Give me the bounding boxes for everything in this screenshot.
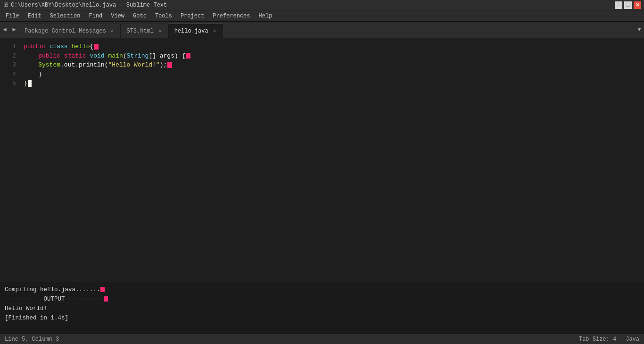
titlebar: 🖹 C:\Users\XBY\Desktop\hello.java - Subl… xyxy=(0,0,644,10)
tab-dropdown[interactable]: ▼ xyxy=(635,21,644,38)
menu-item-file[interactable]: File xyxy=(2,12,23,20)
tab-nav-left[interactable]: ◀ xyxy=(0,21,9,38)
output-line-5 xyxy=(5,323,639,332)
output-panel: Compiling hello.java....... -----------O… xyxy=(0,282,644,334)
status-position: Line 5, Column 3 xyxy=(5,336,59,343)
statusbar-right: Tab Size: 4 Java xyxy=(579,336,639,343)
tab-close-button[interactable]: × xyxy=(110,28,115,34)
code-line-4: } xyxy=(24,70,640,79)
menu-item-project[interactable]: Project xyxy=(177,12,208,20)
code-line-5: } xyxy=(24,79,640,88)
tab-label: ST3.html xyxy=(126,28,154,34)
menu-item-goto[interactable]: Goto xyxy=(129,12,150,20)
statusbar: Line 5, Column 3 Tab Size: 4 Java xyxy=(0,334,644,344)
menubar: FileEditSelectionFindViewGotoToolsProjec… xyxy=(0,10,644,22)
tab-st3.html[interactable]: ST3.html× xyxy=(121,24,168,38)
titlebar-controls: – □ ✕ xyxy=(615,1,641,9)
menu-item-view[interactable]: View xyxy=(107,12,128,20)
output-line-4: [Finished in 1.4s] xyxy=(5,313,639,323)
menu-item-edit[interactable]: Edit xyxy=(24,12,45,20)
menu-item-selection[interactable]: Selection xyxy=(46,12,84,20)
code-content[interactable]: public class hello{ public static void m… xyxy=(19,38,644,282)
maximize-button[interactable]: □ xyxy=(624,1,632,9)
tab-close-button[interactable]: × xyxy=(157,28,163,34)
status-language[interactable]: Java xyxy=(626,336,639,343)
output-line-1: Compiling hello.java....... xyxy=(5,285,639,294)
editor-area: 1 2 3 4 5 public class hello{ public sta… xyxy=(0,38,644,334)
menu-item-find[interactable]: Find xyxy=(85,12,106,20)
tabbar: ◀ ▶ Package Control Messages×ST3.html×he… xyxy=(0,22,644,38)
tab-nav-right[interactable]: ▶ xyxy=(9,21,19,38)
code-line-1: public class hello{ xyxy=(24,42,640,51)
code-line-2: public static void main(String[] args) { xyxy=(24,51,640,61)
tab-label: hello.java xyxy=(174,28,208,34)
tab-hello.java[interactable]: hello.java× xyxy=(169,24,223,38)
code-editor[interactable]: 1 2 3 4 5 public class hello{ public sta… xyxy=(0,38,644,282)
close-button[interactable]: ✕ xyxy=(634,1,641,9)
code-line-3: System.out.println("Hello World!"); xyxy=(24,60,640,70)
status-tab-size[interactable]: Tab Size: 4 xyxy=(579,336,616,343)
output-line-2: -----------OUTPUT----------- xyxy=(5,294,639,304)
titlebar-title: C:\Users\XBY\Desktop\hello.java - Sublim… xyxy=(11,2,167,8)
titlebar-icon: 🖹 xyxy=(3,1,9,8)
line-numbers: 1 2 3 4 5 xyxy=(0,38,19,282)
menu-item-preferences[interactable]: Preferences xyxy=(209,12,254,20)
output-line-3: Hello World! xyxy=(5,304,639,313)
menu-item-help[interactable]: Help xyxy=(255,12,276,20)
minimize-button[interactable]: – xyxy=(615,1,622,9)
tab-package-control-messages[interactable]: Package Control Messages× xyxy=(19,24,121,38)
tab-label: Package Control Messages xyxy=(25,28,106,34)
menu-item-tools[interactable]: Tools xyxy=(151,12,176,20)
tab-close-button[interactable]: × xyxy=(212,28,217,34)
